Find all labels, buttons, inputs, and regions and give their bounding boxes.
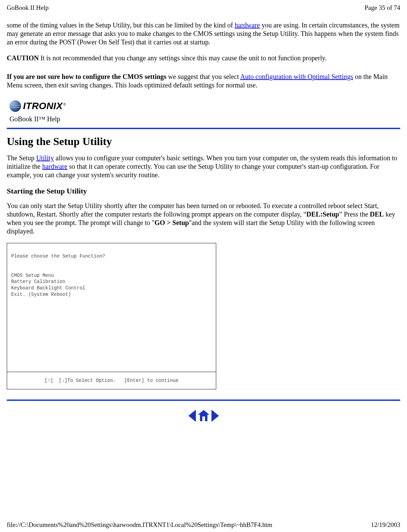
footer-path: file://C:\Documents%20and%20Settings\har… (7, 521, 272, 529)
cmos-advice-paragraph: If you are not sure how to configure the… (7, 73, 400, 89)
del-key-label: DEL (370, 210, 384, 218)
header-title: GoBook II Help (7, 4, 48, 12)
setup-menu-item: CMOS Setup Menu (11, 273, 54, 278)
setup-screen-upper: Please choose the Setup Function? CMOS S… (7, 243, 216, 372)
subsection-heading: Starting the Setup Utility (7, 187, 400, 196)
setup-utility-screenshot: Please choose the Setup Function? CMOS S… (7, 243, 216, 389)
caution-paragraph: CAUTION It is not recommended that you c… (7, 54, 400, 62)
caution-label: CAUTION (7, 54, 39, 62)
caution-text: It is not recommended that you change an… (39, 54, 327, 62)
next-arrow-icon[interactable] (211, 410, 219, 422)
intro-paragraph-1: some of the timing values in the Setup U… (7, 21, 400, 46)
setup-menu-item: Exit. (System Reboot) (11, 292, 71, 297)
page-indicator: Page 35 of 74 (365, 4, 400, 12)
text-fragment: ” Press the (339, 210, 370, 218)
trademark-icon: ® (63, 103, 66, 106)
home-icon[interactable] (198, 410, 209, 422)
brand-header-table: ITRONIX® GoBook II™ Help (7, 97, 70, 124)
brand-name: ITRONIX® (23, 101, 66, 111)
section-paragraph-2: You can only start the Setup Utility sho… (7, 202, 400, 236)
nav-arrows (7, 410, 400, 422)
setup-screen-footer: [↑] [↓]To Select Option. [Enter] to cont… (7, 372, 216, 389)
divider-bottom (7, 400, 400, 401)
setup-prompt: Please choose the Setup Function? (11, 253, 105, 259)
brand-caption: GoBook II™ Help (7, 114, 70, 124)
footer-date: 12/19/2003 (371, 521, 400, 529)
itronix-logo: ITRONIX® (9, 98, 66, 112)
globe-icon (9, 100, 21, 112)
hardware-link[interactable]: hardware (235, 21, 260, 29)
brand-text: ITRONIX (23, 101, 63, 111)
hardware-link-2[interactable]: hardware (42, 163, 67, 170)
cmos-advice-bold: If you are not sure how to configure the… (7, 73, 166, 80)
text-fragment: we suggest that you select (166, 73, 240, 80)
setup-menu-item: Battery Calibration (11, 279, 65, 284)
auto-config-link[interactable]: Auto configuration with Optimal Settings (240, 73, 353, 80)
section-paragraph-1: The Setup Utility allows you to configur… (7, 154, 400, 179)
utility-link[interactable]: Utility (36, 154, 54, 162)
del-setup-label: DEL:Setup (306, 210, 339, 218)
text-fragment: The Setup (7, 154, 36, 162)
section-heading: Using the Setup Utility (7, 135, 400, 148)
divider (7, 128, 400, 129)
text-fragment: some of the timing values in the Setup U… (7, 21, 235, 29)
prev-arrow-icon[interactable] (188, 410, 196, 422)
go-setup-label: GO > Setup (155, 219, 189, 226)
setup-menu-item: Keyboard Backlight Control (11, 285, 85, 291)
